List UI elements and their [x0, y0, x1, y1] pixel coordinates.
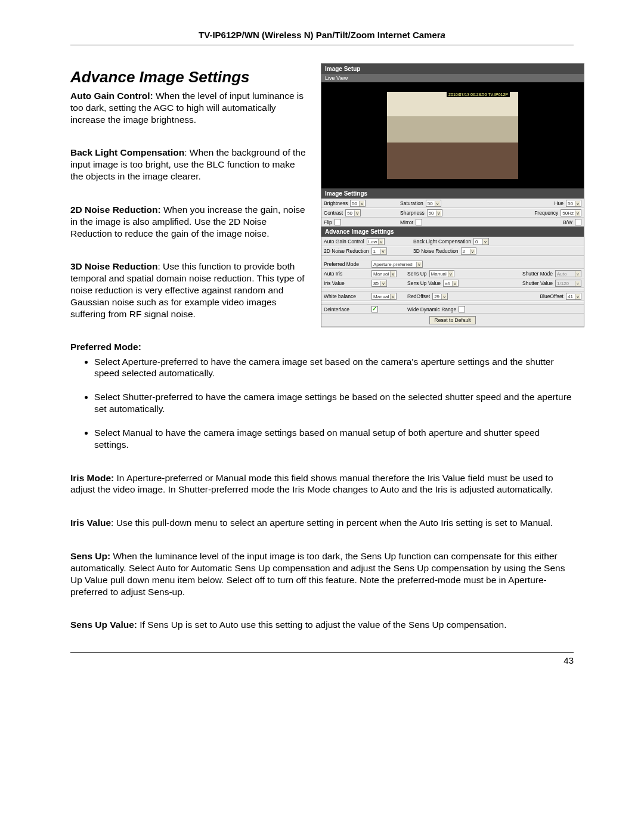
pref-mode-select[interactable]: Aperture-preferredv [371, 261, 423, 268]
wdr-checkbox[interactable] [459, 306, 465, 312]
pref-mode-label: Preferred Mode [324, 261, 366, 267]
mirror-label: Mirror [400, 219, 413, 225]
nr2d-select[interactable]: 1v [371, 247, 387, 255]
deinterlace-label: Deinterlace [324, 306, 366, 312]
sensupp-text: When the luminance level of the input im… [70, 551, 565, 596]
chevron-down-icon: v [575, 201, 580, 206]
sensup-field-label: Sens Up [407, 271, 427, 277]
chevron-down-icon: v [380, 281, 386, 286]
shuttermode-select[interactable]: Autov [555, 270, 581, 277]
sensupvalp-text: If Sens Up is set to Auto use this setti… [137, 620, 507, 630]
sensupval-value: x4 [445, 281, 450, 286]
sensupvalp-label: Sens Up Value: [70, 620, 137, 630]
brightness-label: Brightness [324, 200, 348, 206]
wb-value: Manual [373, 294, 389, 299]
hue-select[interactable]: 50v [566, 200, 581, 207]
live-timestamp: 2010/07/13 06:28:50 TV-IP612P [447, 92, 510, 97]
irisvalue-select[interactable]: 85v [371, 280, 387, 287]
chevron-down-icon: v [441, 294, 447, 299]
irisvalue-value: 85 [373, 281, 379, 286]
frequency-select[interactable]: 50Hzv [561, 209, 581, 216]
wb-select[interactable]: Manualv [371, 293, 397, 300]
nr3d-value: 2 [463, 249, 465, 254]
chevron-down-icon: v [435, 201, 440, 206]
nr2d-label: 2D Noise Reduction: [70, 205, 161, 215]
sharpness-select[interactable]: 50v [427, 209, 442, 216]
hue-label: Hue [554, 200, 564, 206]
contrast-select[interactable]: 50v [345, 209, 361, 216]
frequency-value: 50Hz [562, 210, 574, 216]
image-setup-panel: Image Setup Live View 2010/07/13 06:28:5… [321, 63, 584, 327]
chevron-down-icon: v [575, 210, 580, 216]
section-title: Advance Image Settings [70, 68, 308, 86]
irisvaluep-label: Iris Value [70, 518, 111, 528]
nr3d-label: 3D Noise Reduction [70, 261, 157, 271]
blueoffset-label: BlueOffset [540, 293, 564, 299]
sensupp-label: Sens Up: [70, 551, 110, 561]
chevron-down-icon: v [390, 294, 395, 299]
agc-label: Auto Gain Control: [70, 91, 153, 101]
chevron-down-icon: v [378, 239, 383, 244]
chevron-down-icon: v [452, 281, 457, 286]
reset-default-button[interactable]: Reset to Default [429, 316, 476, 324]
page-number: 43 [564, 655, 574, 665]
chevron-down-icon: v [436, 210, 441, 216]
nr3d-select[interactable]: 2v [461, 247, 476, 255]
redoffset-label: RedOffset [407, 293, 430, 299]
saturation-select[interactable]: 50v [426, 200, 441, 207]
saturation-label: Saturation [400, 200, 423, 206]
agc-value: Low [369, 239, 377, 244]
autoiris-value: Manual [373, 271, 389, 277]
sensupval-select[interactable]: x4v [443, 280, 459, 287]
sensupval-label: Sens Up Value [407, 280, 441, 286]
chevron-down-icon: v [416, 262, 422, 267]
pref-mode-value: Aperture-preferred [373, 262, 413, 267]
autoiris-select[interactable]: Manualv [371, 270, 397, 277]
chevron-down-icon: v [390, 271, 395, 277]
sensup-select[interactable]: Manualv [429, 270, 454, 277]
chevron-down-icon: v [354, 210, 360, 216]
sharpness-label: Sharpness [400, 210, 425, 216]
live-view-area: 2010/07/13 06:28:50 TV-IP612P [321, 82, 584, 188]
irismode-text: In Aperture-preferred or Manual mode thi… [70, 473, 553, 495]
header-italic: a [441, 30, 445, 40]
brightness-select[interactable]: 50v [350, 200, 366, 207]
page-header: TV-IP612P/WN (Wireless N) Pan/Tilt/Zoom … [70, 30, 574, 45]
blueoffset-value: 41 [568, 294, 573, 299]
bullet-item: Select Manual to have the camera image s… [94, 427, 574, 451]
shutterval-select[interactable]: 1/120v [555, 280, 581, 287]
blc-field-label: Back Light Compensation [413, 239, 471, 244]
agc-select[interactable]: Lowv [367, 238, 385, 245]
irisvaluep-text: : Use this pull-down menu to select an a… [111, 518, 553, 528]
blc-select[interactable]: 0v [473, 238, 489, 245]
flip-label: Flip [324, 219, 332, 225]
chevron-down-icon: v [482, 239, 488, 244]
chevron-down-icon: v [470, 249, 475, 254]
frequency-label: Frequency [534, 210, 558, 216]
nr3d-field-label: 3D Noise Reduction [413, 248, 459, 254]
bullet-item: Select Aperture-preferred to have the ca… [94, 356, 574, 380]
header-text: TV-IP612P/WN (Wireless N) Pan/Tilt/Zoom … [199, 30, 441, 40]
hue-value: 50 [568, 201, 573, 206]
chevron-down-icon: v [380, 249, 386, 254]
live-image: 2010/07/13 06:28:50 TV-IP612P [387, 92, 518, 179]
shutterval-label: Shutter Value [522, 280, 553, 286]
irismode-label: Iris Mode: [70, 473, 114, 483]
wb-label: White balance [324, 293, 366, 299]
bw-checkbox[interactable] [575, 219, 581, 225]
contrast-value: 50 [347, 210, 352, 216]
chevron-down-icon: v [359, 201, 364, 206]
brightness-value: 50 [352, 201, 357, 206]
shuttermode-label: Shutter Mode [522, 271, 553, 277]
autoiris-label: Auto Iris [324, 271, 366, 277]
nr2d-field-label: 2D Noise Reduction [324, 248, 369, 254]
deinterlace-checkbox[interactable] [371, 306, 378, 312]
flip-checkbox[interactable] [335, 219, 341, 225]
bw-label: B/W [563, 219, 572, 225]
chevron-down-icon: v [575, 271, 580, 277]
redoffset-select[interactable]: 29v [432, 293, 448, 300]
panel-title: Image Setup [321, 64, 584, 74]
live-view-tab[interactable]: Live View [321, 74, 584, 82]
mirror-checkbox[interactable] [416, 219, 422, 225]
blueoffset-select[interactable]: 41v [566, 293, 581, 300]
